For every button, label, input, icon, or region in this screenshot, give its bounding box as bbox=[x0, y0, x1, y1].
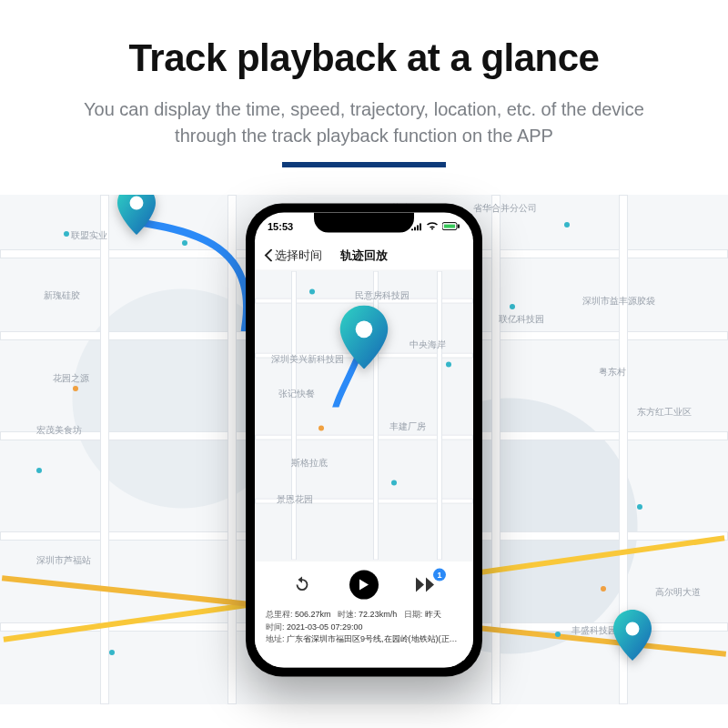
screen-title: 轨迹回放 bbox=[340, 247, 388, 263]
phone-mockup: 15:53 选择时间 轨迹回放 bbox=[246, 204, 482, 677]
hero-subtitle: You can display the time, speed, traject… bbox=[73, 96, 655, 149]
map-stage: 联盟实业 芳林园 省华合并分公司 新瑰硅胶 联亿科技园 深圳市益丰源胶袋 花园之… bbox=[0, 195, 728, 704]
app-nav-bar: 选择时间 轨迹回放 bbox=[255, 240, 473, 271]
wifi-icon bbox=[426, 222, 439, 231]
play-icon bbox=[359, 579, 369, 592]
time-line: 时间: 2021-03-05 07:29:00 bbox=[266, 621, 462, 633]
svg-rect-3 bbox=[444, 225, 455, 228]
hero-title: Track playback at a glance bbox=[36, 36, 692, 80]
playback-controls: 1 总里程: 506.27km 时速: 72.23km/h 日期: 昨天 时间:… bbox=[255, 561, 473, 668]
chevron-left-icon bbox=[264, 248, 273, 261]
back-button[interactable]: 选择时间 bbox=[264, 247, 322, 263]
fast-forward-button[interactable]: 1 bbox=[413, 572, 439, 598]
status-indicators bbox=[411, 222, 460, 231]
map-pin-icon bbox=[607, 610, 658, 661]
replay-icon bbox=[292, 575, 312, 595]
speed-badge: 1 bbox=[433, 569, 446, 581]
replay-button[interactable] bbox=[289, 572, 315, 598]
status-time: 15:53 bbox=[268, 221, 293, 232]
hero-section: Track playback at a glance You can displ… bbox=[0, 0, 728, 186]
svg-point-5 bbox=[356, 321, 373, 339]
play-button[interactable] bbox=[349, 571, 379, 600]
address-line: 地址: 广东省深圳市福田区9号线,在园岭(地铁站)(正南)约24米 bbox=[266, 633, 462, 646]
hero-underline bbox=[282, 162, 446, 167]
map-pin-icon bbox=[332, 306, 396, 369]
fast-forward-icon bbox=[415, 577, 437, 593]
svg-rect-4 bbox=[458, 225, 460, 228]
summary-line: 总里程: 506.27km 时速: 72.23km/h 日期: 昨天 bbox=[266, 609, 462, 622]
map-pin-icon bbox=[111, 195, 162, 235]
battery-icon bbox=[442, 222, 460, 231]
svg-point-1 bbox=[626, 622, 640, 636]
phone-notch bbox=[314, 213, 414, 233]
phone-map-view[interactable]: 民意房科技园 中央海岸 张记快餐 深圳美兴新科技园 丰建厂房 斯格拉底 景恩花园 bbox=[255, 271, 473, 561]
svg-point-0 bbox=[130, 197, 144, 210]
